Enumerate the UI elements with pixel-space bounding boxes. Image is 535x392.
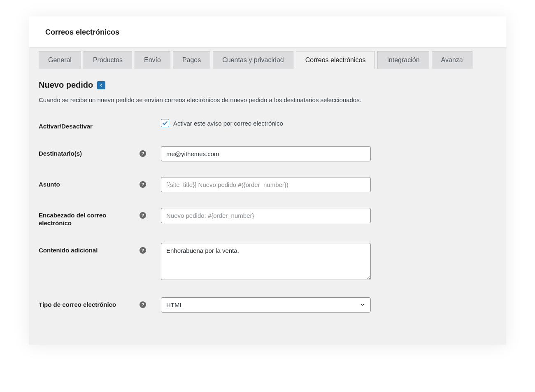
tabs-container: General Productos Envío Pagos Cuentas y … bbox=[29, 48, 506, 69]
label-enable: Activar/Desactivar bbox=[39, 119, 150, 131]
row-heading: Encabezado del correo electrónico ? bbox=[39, 208, 496, 227]
label-heading: Encabezado del correo electrónico ? bbox=[39, 208, 150, 227]
tab-avanzado[interactable]: Avanza bbox=[432, 51, 472, 69]
row-subject: Asunto ? bbox=[39, 177, 496, 192]
field-additional: Enhorabuena por la venta. bbox=[161, 243, 371, 282]
row-additional: Contenido adicional ? Enhorabuena por la… bbox=[39, 243, 496, 282]
section-title-row: Nuevo pedido bbox=[39, 80, 496, 90]
additional-textarea[interactable]: Enhorabuena por la venta. bbox=[161, 243, 371, 280]
field-enable: Activar este aviso por correo electrónic… bbox=[161, 119, 371, 127]
help-icon[interactable]: ? bbox=[140, 150, 146, 157]
field-heading bbox=[161, 208, 371, 223]
panel-header: Correos electrónicos bbox=[29, 16, 506, 48]
subject-input[interactable] bbox=[161, 177, 371, 192]
section-description: Cuando se recibe un nuevo pedido se enví… bbox=[39, 96, 496, 103]
tab-general[interactable]: General bbox=[39, 51, 81, 69]
row-email-type: Tipo de correo electrónico ? HTML bbox=[39, 297, 496, 313]
chevron-down-icon bbox=[360, 302, 365, 308]
field-recipients bbox=[161, 146, 371, 161]
help-icon[interactable]: ? bbox=[140, 181, 146, 188]
row-enable: Activar/Desactivar Activar este aviso po… bbox=[39, 119, 496, 131]
recipients-input[interactable] bbox=[161, 146, 371, 161]
email-type-value: HTML bbox=[166, 301, 183, 308]
field-email-type: HTML bbox=[161, 297, 371, 313]
tab-productos[interactable]: Productos bbox=[84, 51, 132, 69]
heading-input[interactable] bbox=[161, 208, 371, 223]
enable-checkbox[interactable] bbox=[161, 119, 169, 127]
enable-checkbox-label: Activar este aviso por correo electrónic… bbox=[173, 120, 283, 127]
tab-cuentas[interactable]: Cuentas y privacidad bbox=[213, 51, 293, 69]
tab-correos[interactable]: Correos electrónicos bbox=[296, 51, 375, 69]
back-icon[interactable] bbox=[97, 81, 105, 89]
tab-envio[interactable]: Envío bbox=[135, 51, 170, 69]
label-recipients: Destinatario(s) ? bbox=[39, 146, 150, 158]
tab-integracion[interactable]: Integración bbox=[377, 51, 429, 69]
content-area: Nuevo pedido Cuando se recibe un nuevo p… bbox=[29, 69, 506, 345]
row-recipients: Destinatario(s) ? bbox=[39, 146, 496, 161]
help-icon[interactable]: ? bbox=[140, 247, 146, 254]
label-email-type: Tipo de correo electrónico ? bbox=[39, 297, 150, 309]
section-title: Nuevo pedido bbox=[39, 80, 93, 90]
help-icon[interactable]: ? bbox=[140, 301, 146, 308]
field-subject bbox=[161, 177, 371, 192]
settings-panel: Correos electrónicos General Productos E… bbox=[29, 16, 506, 345]
label-additional: Contenido adicional ? bbox=[39, 243, 150, 254]
email-type-select[interactable]: HTML bbox=[161, 297, 371, 313]
tab-pagos[interactable]: Pagos bbox=[173, 51, 210, 69]
label-subject: Asunto ? bbox=[39, 177, 150, 189]
help-icon[interactable]: ? bbox=[140, 212, 146, 219]
page-title: Correos electrónicos bbox=[45, 28, 490, 37]
